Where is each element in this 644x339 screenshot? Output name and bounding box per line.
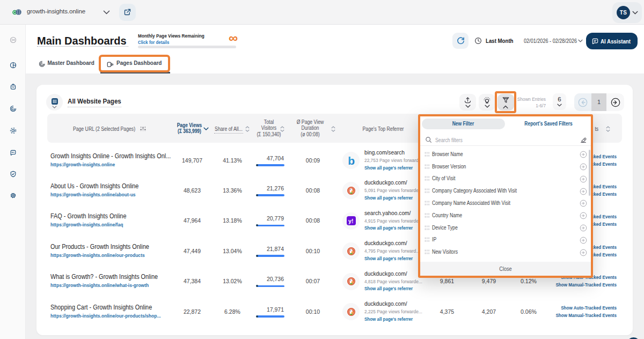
- svg-text:y!: y!: [348, 218, 353, 224]
- svg-text:b: b: [348, 154, 355, 167]
